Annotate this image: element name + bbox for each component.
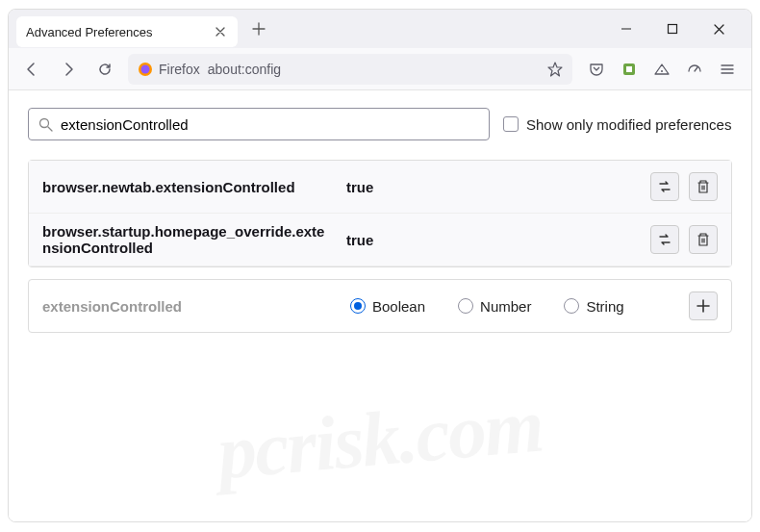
url-text: about:config <box>208 62 540 77</box>
firefox-icon <box>138 62 153 77</box>
extension-icon[interactable] <box>621 61 638 78</box>
show-modified-checkbox[interactable] <box>503 116 519 132</box>
titlebar: Advanced Preferences <box>9 10 751 48</box>
checkbox-text: Show only modified preferences <box>526 116 731 133</box>
radio-number[interactable]: Number <box>458 298 531 315</box>
pocket-icon[interactable] <box>588 61 605 78</box>
toggle-button[interactable] <box>650 225 679 254</box>
new-tab-button[interactable] <box>245 15 272 42</box>
close-tab-icon[interactable] <box>213 24 228 39</box>
new-preference-name: extensionControlled <box>42 298 331 315</box>
close-window-button[interactable] <box>709 19 728 38</box>
preference-name: browser.startup.homepage_override.extens… <box>42 223 331 256</box>
add-preference-row: extensionControlled Boolean Number Strin… <box>28 279 732 333</box>
radio-string[interactable]: String <box>564 298 623 315</box>
radio-label: String <box>586 298 623 315</box>
radio-input[interactable] <box>350 298 366 314</box>
watermark: pcrisk.com <box>215 381 545 496</box>
preference-actions <box>650 172 718 201</box>
svg-point-5 <box>661 70 663 72</box>
forward-button[interactable] <box>55 56 82 83</box>
toggle-button[interactable] <box>650 172 679 201</box>
preference-list: browser.newtab.extensionControlled true … <box>28 160 732 267</box>
show-modified-checkbox-label[interactable]: Show only modified preferences <box>503 116 731 133</box>
reload-button[interactable] <box>91 56 118 83</box>
preference-name: browser.newtab.extensionControlled <box>42 179 331 195</box>
identity-box[interactable]: Firefox <box>138 62 200 77</box>
minimize-button[interactable] <box>617 19 636 38</box>
back-button[interactable] <box>18 56 45 83</box>
svg-rect-4 <box>626 66 632 72</box>
svg-point-2 <box>141 64 150 73</box>
preference-value: true <box>346 232 635 248</box>
preference-row: browser.newtab.extensionControlled true <box>29 161 731 214</box>
browser-tab[interactable]: Advanced Preferences <box>16 16 238 47</box>
url-bar[interactable]: Firefox about:config <box>128 54 572 85</box>
preference-search-box[interactable] <box>28 108 490 140</box>
preference-value: true <box>346 179 635 195</box>
radio-label: Number <box>480 298 531 315</box>
delete-button[interactable] <box>689 172 718 201</box>
profiler-icon[interactable] <box>686 61 703 78</box>
nav-toolbar: Firefox about:config <box>9 48 751 90</box>
search-row: Show only modified preferences <box>28 108 732 140</box>
menu-icon[interactable] <box>719 61 736 78</box>
radio-input[interactable] <box>564 298 579 314</box>
radio-input[interactable] <box>458 298 473 314</box>
radio-label: Boolean <box>372 298 425 315</box>
tab-title: Advanced Preferences <box>26 25 213 39</box>
bookmark-star-icon[interactable] <box>547 62 563 77</box>
content-area: pcrisk.com Show only modified preference… <box>9 90 751 521</box>
preference-search-input[interactable] <box>61 116 479 133</box>
type-radio-group: Boolean Number String <box>350 298 670 315</box>
preference-row: browser.startup.homepage_override.extens… <box>29 214 731 266</box>
preference-actions <box>650 225 718 254</box>
delete-button[interactable] <box>689 225 718 254</box>
search-icon <box>38 117 53 132</box>
toolbar-icons <box>582 61 742 78</box>
identity-label: Firefox <box>159 62 200 77</box>
window-controls <box>617 19 744 38</box>
browser-window: Advanced Preferences <box>8 9 752 522</box>
svg-rect-0 <box>669 25 677 34</box>
add-preference-button[interactable] <box>689 291 718 320</box>
radio-boolean[interactable]: Boolean <box>350 298 425 315</box>
svg-point-6 <box>40 118 49 127</box>
account-icon[interactable] <box>653 61 671 78</box>
maximize-button[interactable] <box>663 19 682 38</box>
